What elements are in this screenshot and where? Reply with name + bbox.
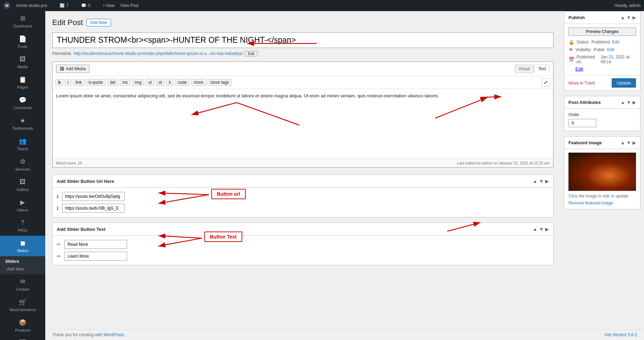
url1-input[interactable] [62,192,125,201]
sidebar-item-contact[interactable]: ✉ Contact [0,274,45,295]
site-name[interactable]: movie-studio-pro [16,3,47,8]
toolbar-btn-li[interactable]: li [166,79,173,86]
slider-text-close[interactable]: ▶ [545,226,549,232]
sidebar-item-faqs[interactable]: ? FAQs [0,216,45,236]
slider-text-metabox-header[interactable]: Add Slider Button Text ▲ ▼ ▶ [53,223,553,236]
sidebar-item-products[interactable]: 📦 Products [0,315,45,336]
toolbar-btn-ol[interactable]: ol [156,79,165,86]
preview-changes-button[interactable]: Preview Changes [568,27,636,36]
toolbar-btn-i[interactable]: i [65,79,71,86]
featured-image-box: Featured image ▲ ▼ ▶ Click the image to … [564,136,641,209]
right-sidebar: Publish ▲ ▼ ▶ Preview Changes 🔒 Status: … [560,11,644,329]
toolbar-fullscreen-button[interactable]: ⤢ [541,78,550,87]
sidebar-item-label: Dashboard [13,24,32,28]
contact-icon: ✉ [20,278,25,285]
feat-collapse-down[interactable]: ▼ [627,140,631,145]
faqs-icon: ? [21,219,24,226]
slider-url-controls: ▲ ▼ ▶ [533,178,549,184]
sidebar-item-testimonials[interactable]: ★ Testimonials [0,113,45,134]
slider-text-collapse-up[interactable]: ▲ [533,226,537,232]
sidebar-item-videos[interactable]: ▶ Videos [0,195,45,216]
attrs-close[interactable]: ▶ [633,100,636,105]
permalink-edit-button[interactable]: Edit [245,51,258,56]
sidebar-item-teams[interactable]: 👥 Teams [0,134,45,154]
toolbar-btn-ul[interactable]: ul [146,79,154,86]
url1-info-icon[interactable]: ℹ [57,194,58,199]
text1-edit-icon[interactable]: ✏ [57,242,61,247]
comments-item[interactable]: 💬 0 [81,3,91,8]
feat-collapse-up[interactable]: ▲ [621,140,625,145]
slider-url-collapse-down[interactable]: ▼ [539,178,544,184]
permalink-url[interactable]: http://localhost/luzuk/movie-studio-pro/… [74,51,243,56]
text2-input[interactable] [64,252,127,261]
sliders-icon: ◼ [20,239,25,247]
updates-item[interactable]: 🔄 7 [60,3,69,8]
visibility-value: Public [594,47,605,52]
toolbar-btn-del[interactable]: del [107,79,118,86]
slider-url-row-2: ℹ [57,204,549,213]
sidebar-item-comments[interactable]: 💬 Comments [0,93,45,113]
toolbar-btn-b[interactable]: b [55,79,63,86]
slider-url-metabox-header[interactable]: Add Slider Button Url Here ▲ ▼ ▶ [53,175,553,188]
toolbar-btn-more[interactable]: more [191,79,206,86]
new-button[interactable]: + New [103,3,115,8]
sidebar-item-services[interactable]: ⚙ Services [0,154,45,175]
sidebar-item-sliders[interactable]: ◼ Sliders [0,236,45,256]
visibility-edit-link[interactable]: Edit [607,47,614,52]
toolbar-btn-close-tags[interactable]: close tags [207,79,232,86]
tab-text[interactable]: Text [534,65,550,73]
slider-url-close[interactable]: ▶ [545,178,549,184]
remove-featured-image-link[interactable]: Remove featured image [568,201,636,205]
url2-info-icon[interactable]: ℹ [57,205,58,211]
sidebar-item-posts[interactable]: 📄 Posts [0,32,45,52]
toolbar-btn-link[interactable]: link [73,79,85,86]
sidebar-item-analytics[interactable]: 📊 Analytics [0,336,45,340]
editor-content[interactable]: Lorem ipsum dolor sit amet, consectetur … [53,89,553,159]
status-icon: 🔒 [568,39,574,45]
feat-close[interactable]: ▶ [633,140,636,145]
order-input[interactable] [568,119,596,127]
order-label: Order [568,112,636,117]
publish-body: Preview Changes 🔒 Status: Published Edit… [564,24,640,75]
featured-image-thumbnail[interactable] [568,153,636,191]
sidebar-item-label: Testimonials [12,126,33,130]
publish-collapse-down[interactable]: ▼ [627,15,631,20]
sidebar-item-gallery[interactable]: 🖼 Gallery [0,175,45,195]
view-post-button[interactable]: View Post [120,3,139,8]
published-edit-link[interactable]: Edit [575,66,583,72]
publish-collapse-up[interactable]: ▲ [621,15,625,20]
teams-icon: 👥 [19,137,26,145]
products-icon: 📦 [19,319,26,326]
sidebar-item-label: FAQs [18,228,28,232]
slider-text-title: Add Slider Button Text [57,227,105,232]
sliders-add-new[interactable]: Add New [0,265,45,273]
post-title-input[interactable] [52,32,553,48]
toolbar-btn-bquote[interactable]: b-quote [86,79,106,86]
featured-image-caption: Click the image to edit or update [568,194,636,199]
update-button[interactable]: Update [612,78,636,88]
slider-text-collapse-down[interactable]: ▼ [539,226,544,232]
tab-visual[interactable]: Visual [515,65,534,73]
slider-url-collapse-up[interactable]: ▲ [533,178,537,184]
version-link[interactable]: Get Version 5.6.2 [605,332,637,337]
add-media-button[interactable]: 🖼 Add Media [56,65,89,73]
add-new-button[interactable]: Add New [86,19,111,26]
attrs-collapse-down[interactable]: ▼ [627,100,631,105]
toolbar-btn-img[interactable]: img [132,79,144,86]
sidebar-item-pages[interactable]: 📋 Pages [0,72,45,93]
attrs-collapse-up[interactable]: ▲ [621,100,625,105]
toolbar-btn-ins[interactable]: ins [120,79,131,86]
sidebar-item-woocommerce[interactable]: 🛒 WooCommerce [0,295,45,315]
toolbar-btn-code[interactable]: code [175,79,189,86]
sidebar-item-media[interactable]: 🖼 Media [0,52,45,72]
text2-edit-icon[interactable]: ✏ [57,253,61,259]
publish-close[interactable]: ▶ [633,15,636,20]
sidebar-item-label: Teams [17,147,28,151]
move-to-trash-button[interactable]: Move to Trash [568,81,595,86]
wordpress-link[interactable]: WordPress [103,332,124,337]
sidebar-item-dashboard[interactable]: ⊞ Dashboard [0,11,45,32]
url2-input[interactable] [62,204,125,213]
text1-input[interactable] [64,240,127,249]
status-edit-link[interactable]: Edit [612,40,619,44]
post-attributes-body: Order [564,109,640,131]
